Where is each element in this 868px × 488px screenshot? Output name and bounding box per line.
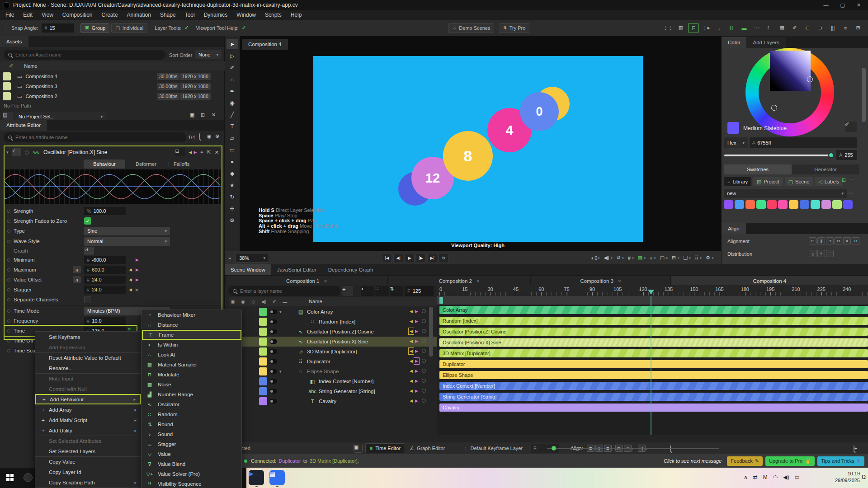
color-swatch[interactable] [789, 200, 798, 209]
library-tab[interactable]: ▢Scene [785, 177, 813, 186]
alpha-input[interactable]: A255 [836, 150, 857, 160]
color-swatch[interactable] [843, 200, 853, 209]
distribution-button[interactable]: || [809, 250, 816, 257]
close-tab-icon[interactable]: × [324, 278, 327, 284]
viewport-tool-icon[interactable]: ▱ [226, 133, 238, 143]
picker-icon[interactable]: ✐ [9, 63, 13, 69]
column-icon[interactable]: ◀) [261, 299, 266, 304]
timeline-zoom-slider[interactable] [547, 448, 719, 449]
layer-row[interactable]: ▾ ◌ Ellipse Shape ◀ ▶ [225, 366, 437, 376]
column-icon[interactable]: ▬ [283, 299, 287, 304]
viewport-option-icon[interactable]: ▢▸ [658, 253, 670, 263]
layer-bar[interactable]: 3D Matrix [Duplicator] [439, 349, 868, 357]
alignment-button[interactable]: ⊏ [809, 237, 816, 244]
layer-bar[interactable]: Index Context [Number] [439, 382, 868, 390]
next-key-icon[interactable]: ▶ [415, 309, 418, 314]
layer-row[interactable]: ▾ ⠿ Duplicator ◀ ▶ [225, 357, 437, 366]
toolbar-icon[interactable]: → [713, 23, 724, 33]
tray-icon[interactable]: ⇄ [753, 474, 758, 480]
prev-key-icon[interactable]: ◀ [410, 369, 413, 373]
playback-button[interactable]: ◀| [393, 253, 403, 263]
menu-item[interactable]: Shape [160, 12, 176, 18]
keyframe-radio-icon[interactable] [422, 369, 426, 373]
layer-bar[interactable]: Oscillator [Position.X] Sine [439, 338, 868, 347]
hue-selector[interactable] [771, 105, 777, 111]
attribute-editor-tab[interactable]: Attribute Editor [0, 120, 47, 131]
submenu-item[interactable]: ⠿ Visibility Sequence [142, 479, 241, 488]
comp-tab-2[interactable]: Composition 2× [388, 276, 530, 286]
toolbar-icon[interactable]: ⋯ [751, 23, 762, 33]
context-menu-item[interactable]: Rename... [35, 363, 141, 373]
viewport-tool-icon[interactable]: ↻ [226, 192, 238, 202]
submenu-item[interactable]: ≣ Stagger [142, 439, 241, 449]
toolbar-icon[interactable]: ⊐ [815, 23, 826, 33]
toolbar-icon[interactable]: ⋮⋮ [663, 23, 674, 33]
current-color-swatch[interactable] [727, 122, 739, 134]
layer-swatch[interactable] [259, 318, 267, 326]
playhead-line[interactable] [651, 296, 651, 435]
prev-key-icon[interactable]: ◀ [410, 359, 413, 363]
solo-radio-icon[interactable] [25, 150, 29, 155]
color-swatch[interactable] [832, 200, 842, 209]
viewport-option-icon[interactable]: »▸ [648, 253, 658, 263]
alpha-slider[interactable] [724, 155, 833, 156]
layer-bar[interactable]: Oscillator [Position.Z] Cosine [439, 328, 868, 336]
zoom-in-icon[interactable]: + [854, 446, 865, 451]
sv-selector[interactable] [807, 76, 813, 82]
alpha-slider-knob[interactable] [828, 152, 834, 158]
close-tab-icon[interactable]: × [618, 278, 621, 284]
toolbar-icon[interactable]: ‖‖ [726, 23, 737, 33]
tab-falloffs[interactable]: Falloffs [174, 161, 189, 167]
menu-item[interactable]: Animation [127, 12, 151, 18]
context-menu-item[interactable]: + Add Array ▸ [35, 404, 141, 415]
context-menu-item[interactable]: + Add Utility ▸ [35, 425, 141, 436]
context-menu-item[interactable]: Copy Layer Id [35, 467, 141, 477]
toolbar-icon[interactable]: ☾ [764, 23, 775, 33]
color-swatch[interactable] [811, 200, 820, 209]
editor-tab[interactable]: Dependency Graph [322, 264, 379, 275]
library-tab[interactable]: ◁Labels [815, 177, 843, 186]
prev-key-icon[interactable]: ◀ [410, 309, 413, 314]
comp-tab-4[interactable]: Composition 4 [671, 276, 868, 286]
toolbar-icon[interactable]: ⊞ [853, 23, 863, 33]
comp-tab-3[interactable]: Composition 3× [531, 276, 670, 286]
toolbar-icon[interactable]: ▦ [777, 23, 788, 33]
viewport-tool-icon[interactable]: ✐ [226, 62, 238, 73]
layer-row[interactable]: ▾ ⊿ 3D Matrix [Duplicator] ◀ ▶ [225, 347, 437, 357]
toolbar-icon[interactable]: F [688, 23, 699, 33]
prev-key-icon[interactable]: ◀ [410, 329, 413, 333]
layer-visibility-toggle[interactable] [269, 399, 277, 404]
tab-swatches[interactable]: Swatches [724, 164, 792, 174]
list-view-icon[interactable]: ≡ [851, 177, 859, 186]
name-column-header[interactable]: Name [24, 63, 37, 69]
distribution-button[interactable]: ∵ [826, 250, 834, 257]
submenu-item[interactable]: ⊓ Modulate [142, 370, 241, 380]
saturation-value-square[interactable] [770, 51, 811, 91]
viewport-tool-icon[interactable]: ◆ [226, 168, 238, 178]
collapse-caret-icon[interactable]: ▾ [279, 310, 282, 314]
color-swatch[interactable] [821, 200, 831, 209]
viewport-tool-icon[interactable]: ➤ [226, 39, 238, 49]
layer-visibility-toggle[interactable] [269, 349, 277, 354]
color-mode-select[interactable]: Hex▾ [724, 137, 748, 148]
layer-row[interactable]: ▾ ∿ Oscillator [Position.X] Sine ◀ ▶ [225, 337, 437, 347]
toolbar-icon[interactable]: ⋮▸ [701, 23, 712, 33]
hex-input[interactable]: #6755ff [750, 137, 857, 148]
context-menu-item[interactable]: + Add Behaviour ▸ [35, 394, 141, 404]
layer-swatch[interactable] [259, 338, 267, 346]
context-menu-item[interactable]: Set Keyframe [35, 332, 141, 342]
next-key-icon[interactable]: ▶ [193, 150, 197, 155]
tab-generator[interactable]: Generator [792, 164, 859, 174]
prev-key-icon[interactable]: ◀ [410, 319, 413, 324]
eyedropper-icon[interactable]: ✐ [845, 122, 857, 132]
next-key-icon[interactable]: ▶ [415, 399, 418, 403]
assets-tab[interactable]: Assets [0, 36, 28, 47]
try-pro-button[interactable]: ↯ Try Pro [499, 23, 529, 33]
viewport-option-icon[interactable]: ◖0▸ [589, 253, 602, 263]
upgrade-pro-button[interactable]: Upgrade to Pro✌ [765, 456, 815, 466]
viewport-option-icon[interactable]: ↺▸ [615, 253, 626, 263]
timeline-zoom-knob[interactable] [552, 446, 556, 450]
individual-button[interactable]: ▢ Individual [111, 23, 147, 33]
context-menu-item[interactable]: Mute Input [35, 373, 141, 384]
viewport-option-icon[interactable]: ❏▸ [681, 253, 693, 263]
